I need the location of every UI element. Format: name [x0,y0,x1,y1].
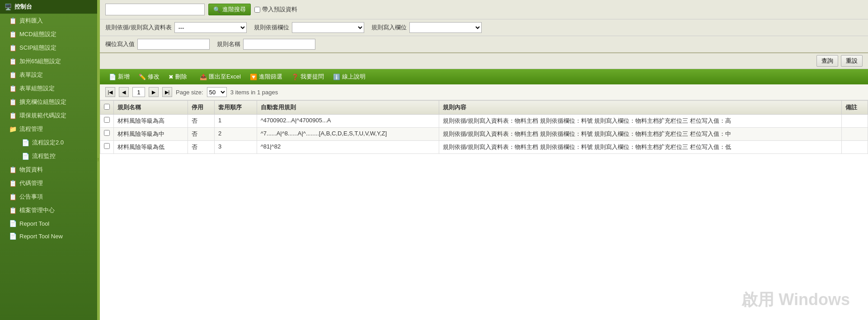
field-write-value-input[interactable] [137,39,210,50]
search-icon: 🔍 [213,6,221,13]
flow-mgmt-label: 流程管理 [19,125,43,133]
ask-icon: ❓ [291,74,299,80]
filter-row-1: 規則依循/規則寫入資料表 --- 規則依循欄位 規則寫入欄位 [100,19,868,36]
sidebar-item-material-data[interactable]: 📋物質資料 [0,163,97,176]
delete-icon: ✖ [169,74,174,80]
row-disabled: 否 [188,115,214,128]
sidebar-item-code-mgmt[interactable]: 📋代碼管理 [0,176,97,190]
page-size-label: Page size: [176,89,203,96]
sidebar: 🖥️ 控制台 📋資料匯入📋MCD組態設定📋SCIP組態設定📋加州65組態設定📋表… [0,0,97,320]
row-checkbox-0[interactable] [104,117,110,123]
filter-row-2: 欄位寫入值 規則名稱 [100,36,868,53]
select-all-header[interactable] [100,101,114,115]
row-note [841,141,868,154]
data-table: 規則名稱 停用 套用順序 自動套用規則 規則內容 備註 材料風險等級為高 否 1… [100,100,868,154]
first-page-button[interactable]: |◀ [105,87,115,97]
env-code-settings-icon: 📋 [9,112,17,119]
sidebar-item-file-mgmt[interactable]: 📋檔案管理中心 [0,204,97,217]
ext-field-settings-label: 擴充欄位組態設定 [19,98,66,106]
row-checkbox-cell[interactable] [100,128,114,141]
reset-button[interactable]: 重設 [841,55,863,67]
control-panel-icon: 🖥️ [5,4,12,10]
query-button[interactable]: 查詢 [816,55,838,67]
table-row[interactable]: 材料風險等級為高 否 1 ^4700902...A|^4700905...A 規… [100,115,868,128]
rule-write-field-filter: 規則寫入欄位 [371,22,482,33]
report-tool-new-label: Report Tool New [19,233,63,240]
material-data-icon: 📋 [9,166,17,173]
sidebar-item-ca65-config[interactable]: 📋加州65組態設定 [0,55,97,68]
announcements-label: 公告事項 [19,193,43,201]
row-rule-content: 規則依循/規則寫入資料表：物料主档 規則依循欄位：料號 規則寫入欄位：物料主档扩… [439,141,841,154]
row-note [841,115,868,128]
page-size-select[interactable]: 10 20 50 100 [207,87,227,97]
table-row[interactable]: 材料風險等級為低 否 3 ^81|^82 規則依循/規則寫入資料表：物料主档 規… [100,141,868,154]
code-mgmt-icon: 📋 [9,180,17,187]
sidebar-item-mcd-config[interactable]: 📋MCD組態設定 [0,28,97,41]
add-icon: 📄 [109,74,116,80]
row-auto-rule: ^4700902...A|^4700905...A [257,115,439,128]
edit-button[interactable]: ✏️ 修改 [135,71,163,82]
sidebar-item-flow-mgmt[interactable]: 📁流程管理 [0,122,97,136]
ask-button[interactable]: ❓ 我要提問 [288,71,328,82]
sidebar-item-scip-config[interactable]: 📋SCIP組態設定 [0,41,97,55]
col-auto-rule: 自動套用規則 [257,101,439,115]
advanced-filter-button[interactable]: 🔽 進階篩選 [246,71,286,82]
last-page-button[interactable]: ▶| [162,87,172,97]
mcd-config-label: MCD組態設定 [19,30,56,38]
next-page-button[interactable]: ▶ [149,87,159,97]
advanced-search-button[interactable]: 🔍 進階搜尋 [208,4,251,15]
rule-write-field-label: 規則寫入欄位 [371,23,407,32]
help-button[interactable]: ℹ️ 線上說明 [329,71,369,82]
form-settings-label: 表單設定 [19,71,43,79]
edit-icon: ✏️ [139,74,146,80]
ext-field-settings-icon: 📋 [9,98,17,106]
sidebar-item-report-tool-new[interactable]: 📄Report Tool New [0,230,97,242]
toolbar: 📄 新增 ✏️ 修改 ✖ 刪除 📤 匯出至Excel 🔽 進階篩選 ❓ 我要提問… [100,69,868,84]
table-row[interactable]: 材料風險等級為中 否 2 ^7......A|^8......A|^......… [100,128,868,141]
with-default-label[interactable]: 帶入預設資料 [254,5,297,14]
row-order: 3 [214,141,257,154]
field-write-value-filter: 欄位寫入值 [105,39,210,50]
row-checkbox-2[interactable] [104,143,110,149]
sidebar-item-ext-field-settings[interactable]: 📋擴充欄位組態設定 [0,95,97,109]
row-auto-rule: ^81|^82 [257,141,439,154]
sidebar-item-flow-monitor[interactable]: 📄流程監控 [0,149,97,163]
sidebar-item-report-tool[interactable]: 📄Report Tool [0,217,97,230]
rule-name-label: 規則名稱 [217,40,240,48]
select-all-checkbox[interactable] [104,104,110,110]
row-checkbox-cell[interactable] [100,141,114,154]
rule-name-input[interactable] [243,39,315,50]
export-excel-button[interactable]: 📤 匯出至Excel [196,71,244,82]
sidebar-item-form-settings[interactable]: 📋表單設定 [0,68,97,82]
with-default-checkbox[interactable] [254,7,260,13]
row-rule-name: 材料風險等級為中 [114,128,188,141]
search-input[interactable] [105,4,205,15]
sidebar-item-flow-settings[interactable]: 📄流程設定2.0 [0,136,97,149]
row-checkbox-1[interactable] [104,130,110,136]
col-rule-content: 規則內容 [439,101,841,115]
rule-field-filter: 規則依循欄位 [254,22,364,33]
export-icon: 📤 [200,74,207,80]
sidebar-item-form-group-settings[interactable]: 📋表單組態設定 [0,82,97,95]
sidebar-item-env-code-settings[interactable]: 📋環保規範代碼設定 [0,109,97,122]
prev-page-button[interactable]: ◀ [119,87,129,97]
sidebar-item-announcements[interactable]: 📋公告事項 [0,190,97,204]
material-data-label: 物質資料 [19,166,43,174]
env-code-settings-label: 環保規範代碼設定 [19,111,66,120]
main-content: 🔍 進階搜尋 帶入預設資料 規則依循/規則寫入資料表 --- 規則依循欄位 規則… [100,0,868,320]
rule-field-select[interactable] [292,22,364,33]
pagination-row: |◀ ◀ 1 ▶ ▶| Page size: 10 20 50 100 3 it… [100,84,868,100]
file-mgmt-icon: 📋 [9,207,17,214]
rule-write-field-select[interactable] [409,22,482,33]
ca65-config-icon: 📋 [9,58,17,65]
col-order: 套用順序 [214,101,257,115]
add-button[interactable]: 📄 新增 [105,71,133,82]
row-checkbox-cell[interactable] [100,115,114,128]
code-mgmt-label: 代碼管理 [19,179,43,187]
filter-icon: 🔽 [250,74,257,80]
sidebar-item-data-import[interactable]: 📋資料匯入 [0,14,97,28]
flow-monitor-label: 流程監控 [32,152,56,160]
rule-table-select[interactable]: --- [174,22,247,33]
flow-settings-label: 流程設定2.0 [32,139,64,147]
delete-button[interactable]: ✖ 刪除 [165,71,191,82]
